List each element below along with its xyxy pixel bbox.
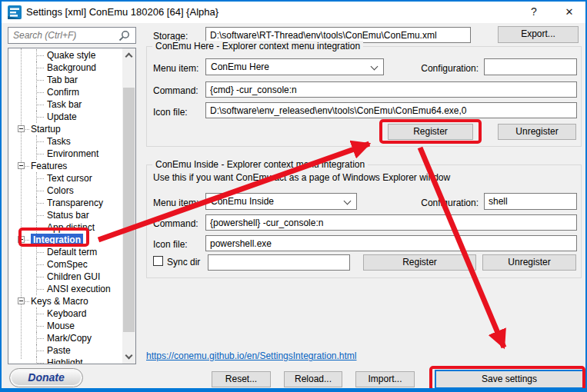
expander-minus-icon[interactable]	[18, 297, 25, 304]
tree-item-label: Environment	[47, 148, 98, 160]
tree-item-integration[interactable]: Integration	[8, 234, 122, 246]
settings-integration-link[interactable]: https://conemu.github.io/en/SettingsInte…	[146, 350, 357, 361]
tree-item-tab-bar[interactable]: Tab bar	[8, 74, 122, 86]
inside-menu-item-value: ConEmu Inside	[211, 196, 274, 207]
chevron-up-icon	[125, 53, 133, 61]
scroll-down-button[interactable]	[122, 350, 135, 364]
import-button[interactable]: Import...	[355, 371, 415, 387]
reload-button[interactable]: Reload...	[284, 371, 342, 387]
tree-item-label: Keyboard	[47, 307, 86, 320]
here-register-button[interactable]: Register	[388, 124, 473, 140]
inside-command-field[interactable]	[205, 214, 577, 231]
tree-item-children-gui[interactable]: Children GUI	[8, 271, 122, 283]
inside-menu-item-dropdown[interactable]: ConEmu Inside	[205, 193, 357, 210]
scroll-up-button[interactable]	[122, 48, 135, 61]
close-button[interactable]: ✕	[557, 3, 582, 21]
scrollbar-thumb[interactable]	[123, 88, 135, 332]
expander-minus-icon[interactable]	[18, 162, 25, 169]
chevron-down-icon	[125, 352, 133, 360]
tree-item-label: Startup	[31, 123, 61, 135]
sync-dir-label: Sync dir	[167, 257, 200, 267]
inside-register-button[interactable]: Register	[363, 254, 476, 271]
donate-button[interactable]: Donate	[9, 368, 83, 387]
tree-item-label: Highlight	[47, 357, 83, 364]
tree-item-label: Tasks	[47, 135, 71, 148]
here-menu-item-value: ConEmu Here	[211, 61, 269, 72]
here-configuration-field[interactable]	[484, 58, 577, 75]
tree-item-ansi-execution[interactable]: ANSI execution	[8, 283, 122, 295]
tree-item-confirm[interactable]: Confirm	[8, 86, 122, 98]
tree-item-task-bar[interactable]: Task bar	[8, 98, 122, 111]
tree-item-label: Colors	[47, 184, 74, 197]
tree-item-label: Confirm	[47, 86, 79, 98]
tree-item-keyboard[interactable]: Keyboard	[8, 307, 122, 320]
reset-button[interactable]: Reset...	[212, 371, 271, 387]
title-bar: Settings [xml] ConEmu 180206 [64] {Alpha…	[2, 2, 585, 23]
inside-configuration-field[interactable]	[484, 193, 577, 210]
inside-command-label: Command:	[153, 218, 198, 229]
tree-item-transparency[interactable]: Transparency	[8, 197, 122, 209]
tree-item-keys-macro[interactable]: Keys & Macro	[8, 295, 122, 307]
tree-item-environment[interactable]: Environment	[8, 148, 122, 160]
inside-icon-file-field[interactable]	[205, 235, 577, 251]
tree-item-paste[interactable]: Paste	[8, 344, 122, 357]
here-menu-item-dropdown[interactable]: ConEmu Here	[205, 58, 384, 75]
tree-item-label: Integration	[31, 234, 83, 246]
storage-label: Storage:	[153, 31, 188, 42]
tree-item-startup[interactable]: Startup	[8, 123, 122, 135]
inside-unregister-button[interactable]: Unregister	[482, 254, 576, 271]
conemu-inside-group-title: ConEmu Inside - Explorer context menu in…	[152, 159, 368, 170]
export-button[interactable]: Export...	[498, 26, 579, 43]
inside-menu-item-label: Menu item:	[153, 198, 198, 208]
search-input[interactable]	[8, 27, 136, 44]
tree-item-label: Default term	[47, 246, 97, 258]
tree-item-default-term[interactable]: Default term	[8, 246, 122, 258]
here-menu-item-label: Menu item:	[153, 63, 198, 74]
settings-window: Settings [xml] ConEmu 180206 [64] {Alpha…	[0, 0, 587, 392]
tree-item-tasks[interactable]: Tasks	[8, 135, 122, 148]
conemu-here-group-title: ConEmu Here - Explorer context menu inte…	[152, 41, 363, 51]
tree-item-background[interactable]: Background	[8, 61, 122, 74]
here-configuration-label: Configuration:	[402, 63, 479, 74]
tree-item-label: App distinct	[47, 221, 95, 234]
here-command-field[interactable]	[205, 81, 577, 98]
settings-tree: Quake styleBackgroundTab barConfirmTask …	[8, 49, 122, 364]
tree-item-label: Tab bar	[47, 74, 78, 86]
tree-item-text-cursor[interactable]: Text cursor	[8, 172, 122, 184]
window-title: Settings [xml] ConEmu 180206 [64] {Alpha…	[26, 6, 218, 18]
inside-description: Use this if you want ConEmu act as a pag…	[153, 172, 450, 183]
expander-minus-icon[interactable]	[18, 125, 25, 132]
tree-item-label: Mark/Copy	[47, 332, 92, 344]
here-unregister-button[interactable]: Unregister	[498, 124, 576, 140]
tree-item-label: Update	[47, 111, 77, 123]
tree-item-label: ComSpec	[47, 258, 88, 271]
tree-item-update[interactable]: Update	[8, 111, 122, 123]
tree-item-mouse[interactable]: Mouse	[8, 320, 122, 332]
expander-minus-icon[interactable]	[18, 236, 25, 243]
tree-item-label: Keys & Macro	[31, 295, 88, 307]
tree-item-status-bar[interactable]: Status bar	[8, 209, 122, 221]
save-settings-button[interactable]: Save settings	[435, 370, 584, 389]
sync-dir-checkbox[interactable]	[153, 256, 163, 266]
here-icon-file-label: Icon file:	[153, 107, 188, 118]
tree-item-label: Paste	[47, 344, 71, 357]
sync-dir-field[interactable]	[208, 254, 350, 271]
tree-item-comspec[interactable]: ComSpec	[8, 258, 122, 271]
tree-item-app-distinct[interactable]: App distinct	[8, 221, 122, 234]
tree-item-highlight[interactable]: Highlight	[8, 357, 122, 364]
here-icon-file-field[interactable]	[205, 102, 577, 118]
tree-item-colors[interactable]: Colors	[8, 184, 122, 197]
tree-item-label: Transparency	[47, 197, 103, 209]
tree-item-features[interactable]: Features	[8, 160, 122, 172]
tree-item-mark-copy[interactable]: Mark/Copy	[8, 332, 122, 344]
tree-item-label: Status bar	[47, 209, 89, 221]
tree-item-label: Background	[47, 61, 96, 74]
chevron-down-icon	[344, 198, 352, 205]
tree-item-label: Features	[31, 160, 67, 172]
tree-item-quake-style[interactable]: Quake style	[8, 49, 122, 61]
inside-configuration-label: Configuration:	[402, 198, 479, 208]
tree-scrollbar[interactable]	[122, 48, 135, 364]
here-command-label: Command:	[153, 85, 198, 96]
help-button[interactable]: ?	[522, 3, 546, 21]
tree-item-label: Mouse	[47, 320, 75, 332]
